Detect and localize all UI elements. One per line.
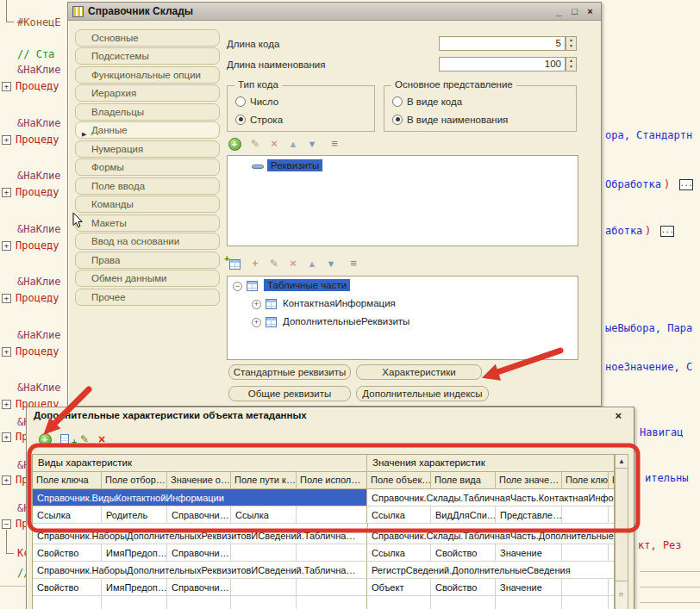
tree-expand-icon[interactable]: + [252, 300, 261, 309]
code-length-spinner[interactable]: ▲ ▼ [566, 36, 577, 51]
tab-formy[interactable]: Формы [75, 158, 220, 176]
fold-collapse-icon[interactable]: − [2, 519, 11, 529]
tab-komandy[interactable]: Команды [75, 196, 220, 213]
delete-icon[interactable]: × [285, 257, 301, 271]
record-kind-title[interactable]: Справочник.НаборыДополнительныхРеквизито… [33, 562, 367, 579]
move-up-icon[interactable]: ▲ [285, 137, 301, 152]
tab-prochee[interactable]: Прочее [75, 289, 220, 306]
table-cell[interactable] [609, 506, 615, 523]
table-cell[interactable] [562, 544, 609, 561]
radio-string[interactable] [235, 115, 246, 125]
catalog-dialog-titlebar[interactable]: Справочник Склады _ □ × [68, 3, 601, 21]
table-cell[interactable] [609, 544, 615, 561]
copy-characteristic-button[interactable]: + [58, 432, 73, 447]
spin-down-icon[interactable]: ▼ [566, 43, 576, 49]
record-kind-title[interactable]: Справочник.НаборыДополнительныхРеквизито… [33, 527, 367, 544]
table-cell[interactable]: Справочни… [167, 506, 231, 523]
spin-up-icon[interactable]: ▲ [566, 37, 576, 43]
move-down-icon[interactable]: ▼ [304, 137, 320, 152]
table-cell[interactable]: Свойство [431, 579, 496, 595]
record-value-title[interactable]: Справочник.Склады.ТабличнаяЧасть.Дополни… [367, 527, 615, 544]
radio-as-name[interactable] [392, 115, 403, 125]
spin-down-icon[interactable]: ▼ [566, 64, 576, 70]
tab-vvod-na-osnovanii[interactable]: Ввод на основании [75, 233, 220, 250]
tabular-node-additional-attributes[interactable]: ДополнительныеРеквизиты [283, 316, 409, 326]
record-value-cells[interactable]: Ссылка ВидДляСпи… Представле… [367, 506, 615, 524]
attributes-root-node[interactable]: Реквизиты [267, 159, 322, 171]
tab-makety[interactable]: Макеты [75, 214, 220, 232]
radio-string-label[interactable]: Строка [250, 115, 283, 125]
fold-expand-icon[interactable]: + [2, 135, 11, 145]
scroll-up-icon[interactable]: ▲ [616, 455, 628, 469]
fold-expand-icon[interactable]: + [2, 347, 11, 357]
list-icon[interactable]: ≡ [327, 137, 342, 152]
edit-icon[interactable]: ✎ [77, 432, 92, 447]
edit-icon[interactable]: ✎ [247, 137, 263, 152]
tree-collapse-icon[interactable]: − [233, 282, 242, 291]
table-cell[interactable]: Ссылка [367, 544, 431, 561]
table-cell[interactable]: Свойство [33, 544, 102, 561]
tab-numeraciya[interactable]: Нумерация [75, 140, 220, 158]
table-cell[interactable]: Справочни… [167, 579, 231, 595]
minimize-button[interactable]: _ [553, 6, 566, 16]
record-kind-cells[interactable]: Свойство ИмяПредоп… Справочни… [33, 544, 367, 562]
fold-expand-icon[interactable]: + [2, 294, 11, 303]
maximize-button[interactable]: □ [568, 6, 581, 16]
fold-expand-icon[interactable]: + [2, 432, 11, 442]
tree-expand-icon[interactable]: + [252, 318, 261, 327]
delete-icon[interactable]: × [94, 432, 109, 447]
table-cell[interactable] [231, 544, 297, 561]
tab-funkcionalnye-opcii[interactable]: Функциональные опции [75, 66, 220, 84]
delete-icon[interactable]: × [266, 137, 282, 152]
tab-vladeltsy[interactable]: Владельцы [75, 103, 220, 121]
table-cell[interactable]: Значение [496, 579, 562, 595]
attributes-tree[interactable]: Реквизиты [227, 155, 578, 246]
tab-osnovnye[interactable]: Основные [75, 29, 220, 47]
move-down-icon[interactable]: ▼ [323, 257, 339, 271]
record-value-title[interactable]: Справочник.Склады.ТабличнаяЧасть.Контакт… [367, 489, 615, 506]
record-kind-title[interactable]: Справочник.ВидыКонтактнойИнформации [33, 489, 367, 506]
characteristics-button[interactable]: Характеристики [356, 364, 482, 380]
table-scrollbar[interactable]: ▲ [615, 454, 628, 609]
radio-as-code[interactable] [392, 96, 403, 107]
table-cell[interactable]: Представле… [496, 506, 562, 523]
move-up-icon[interactable]: ▲ [304, 257, 320, 271]
scrollbar-thumb[interactable] [616, 581, 628, 609]
collapsed-code-marker[interactable]: ... [660, 226, 674, 237]
fold-expand-icon[interactable]: + [2, 241, 11, 251]
table-cell[interactable]: ВидДляСпи… [431, 506, 496, 523]
collapsed-code-marker[interactable]: ... [679, 179, 693, 190]
fold-expand-icon[interactable]: + [2, 400, 11, 409]
tabular-node-contact-info[interactable]: КонтактнаяИнформация [283, 298, 396, 308]
tab-podsistemy[interactable]: Подсистемы [75, 47, 220, 65]
close-button[interactable]: × [584, 6, 597, 16]
tab-ierarhiya[interactable]: Иерархия [75, 84, 220, 102]
spin-up-icon[interactable]: ▲ [566, 58, 576, 64]
standard-attributes-button[interactable]: Стандартные реквизиты [228, 364, 351, 380]
close-button[interactable]: × [615, 409, 622, 422]
add-subattribute-icon[interactable]: + [247, 257, 263, 271]
name-length-spinner[interactable]: ▲ ▼ [566, 57, 577, 71]
table-cell[interactable]: Ссылка [33, 506, 102, 523]
tabular-sections-tree[interactable]: − Табличные части + КонтактнаяИнформация… [227, 276, 578, 360]
name-length-input[interactable]: 100 [439, 57, 566, 71]
table-cell[interactable] [297, 579, 367, 595]
code-length-input[interactable]: 5 [439, 36, 566, 51]
table-cell[interactable] [297, 506, 367, 523]
edit-icon[interactable]: ✎ [266, 257, 282, 271]
tab-prava[interactable]: Права [75, 252, 220, 269]
table-cell[interactable]: Свойство [33, 579, 102, 595]
additional-indexes-button[interactable]: Дополнительные индексы [356, 386, 489, 401]
table-cell[interactable] [231, 579, 297, 595]
list-icon[interactable]: ≡ [346, 257, 361, 271]
table-cell[interactable]: Свойство [431, 544, 496, 561]
table-cell[interactable]: Родитель [102, 506, 167, 523]
table-cell[interactable]: Объект [367, 579, 431, 595]
record-kind-cells[interactable]: Ссылка Родитель Справочни… Ссылка [33, 506, 367, 524]
table-cell[interactable]: Ссылка [367, 506, 431, 523]
tab-pole-vvoda[interactable]: Поле ввода [75, 177, 220, 195]
tabular-root-node[interactable]: Табличные части [264, 279, 350, 291]
radio-as-name-label[interactable]: В виде наименования [407, 115, 508, 125]
table-cell[interactable]: Справочни… [167, 544, 231, 561]
record-value-title[interactable]: РегистрСведений.ДополнительныеСведения [367, 562, 615, 579]
